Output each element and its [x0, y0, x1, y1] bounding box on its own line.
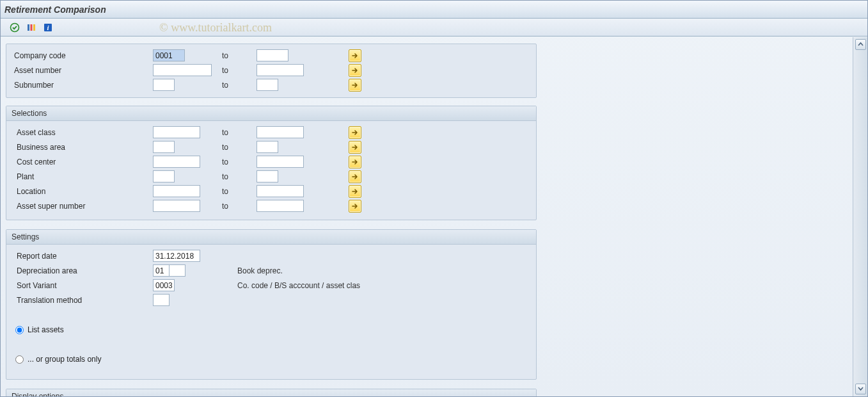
multiple-selection-button[interactable] [349, 79, 361, 92]
to-label: to [221, 172, 253, 181]
field-label: Subnumber [12, 81, 149, 90]
arrow-right-icon [351, 52, 359, 60]
to-input[interactable] [256, 156, 304, 168]
group-settings: Settings Report date Depreciation area B… [6, 229, 537, 380]
form-row: Cost center to [12, 154, 531, 169]
scroll-up-button[interactable] [855, 39, 866, 50]
top-block: Company code to Asset number to Subnumbe… [6, 44, 537, 98]
arrow-right-icon [351, 158, 359, 166]
multiple-selection-button[interactable] [349, 64, 361, 77]
group-settings-title: Settings [6, 230, 536, 245]
arrow-right-icon [351, 143, 359, 151]
multiple-selection-button[interactable] [349, 185, 361, 198]
from-input[interactable] [153, 141, 175, 153]
to-input[interactable] [256, 126, 304, 138]
svg-rect-2 [31, 24, 33, 31]
from-input[interactable] [153, 156, 200, 168]
form-row: Plant to [12, 169, 531, 184]
multiple-selection-button[interactable] [349, 156, 361, 168]
field-label: Location [12, 187, 149, 196]
multiple-selection-button[interactable] [349, 200, 361, 213]
radio-input[interactable] [15, 326, 24, 334]
radio-group-totals[interactable]: ... or group totals only [12, 352, 531, 366]
field-label: Sort Variant [12, 281, 149, 290]
radio-list-assets[interactable]: List assets [12, 323, 531, 337]
form-row: Company code to [12, 48, 531, 63]
toolbar: i [1, 19, 867, 36]
radio-label: ... or group totals only [28, 355, 101, 364]
to-input[interactable] [256, 170, 278, 182]
to-label: to [221, 158, 253, 166]
arrow-right-icon [351, 202, 359, 210]
field-label: Plant [12, 172, 149, 181]
info-button[interactable]: i [42, 21, 54, 34]
to-input[interactable] [256, 64, 304, 76]
group-display-options: Display options [6, 389, 537, 396]
from-input[interactable] [153, 170, 175, 182]
to-label: to [221, 143, 253, 152]
from-input[interactable] [153, 185, 200, 197]
setting-input[interactable] [153, 279, 175, 291]
multiple-selection-button[interactable] [349, 49, 361, 62]
svg-rect-3 [33, 24, 35, 31]
setting-input[interactable] [153, 250, 200, 262]
to-label: to [221, 81, 253, 90]
to-label: to [221, 128, 253, 137]
page-title: Retirement Comparison [1, 1, 867, 19]
arrow-right-icon [351, 173, 359, 181]
setting-input[interactable] [153, 294, 170, 306]
variants-icon [26, 22, 36, 33]
field-label: Asset number [12, 66, 149, 75]
to-label: to [221, 51, 253, 60]
field-label: Report date [12, 252, 149, 261]
chevron-up-icon [858, 42, 864, 47]
field-label: Asset class [12, 128, 149, 137]
svg-rect-1 [28, 24, 29, 31]
setting-input-ext[interactable] [169, 264, 185, 277]
form-row: Asset class to [12, 125, 531, 140]
arrow-right-icon [351, 188, 359, 195]
to-input[interactable] [256, 185, 304, 197]
field-label: Company code [12, 51, 149, 60]
form-row: Subnumber to [12, 77, 531, 92]
form-row: Asset number to [12, 63, 531, 77]
multiple-selection-button[interactable] [349, 141, 361, 154]
radio-input[interactable] [15, 355, 24, 364]
from-input[interactable] [153, 64, 212, 76]
form-row: Asset super number to [12, 199, 531, 213]
setting-input[interactable] [153, 264, 170, 277]
form-row: Business area to [12, 140, 531, 154]
form-row: Report date [12, 248, 531, 263]
form-row: Sort Variant Co. code / B/S acccount / a… [12, 278, 531, 293]
to-input[interactable] [256, 49, 288, 61]
variants-button[interactable] [25, 21, 38, 34]
arrow-right-icon [351, 81, 359, 89]
from-input[interactable] [153, 200, 200, 212]
group-selections-title: Selections [6, 106, 536, 121]
execute-button[interactable] [8, 21, 21, 34]
execute-icon [10, 22, 20, 33]
multiple-selection-button[interactable] [349, 126, 361, 139]
arrow-right-icon [351, 67, 359, 74]
from-input[interactable] [153, 79, 175, 91]
to-label: to [221, 187, 253, 196]
multiple-selection-button[interactable] [349, 170, 361, 183]
group-selections: Selections Asset class to Business area … [6, 106, 537, 220]
chevron-down-icon [858, 386, 864, 392]
to-input[interactable] [256, 200, 304, 212]
vertical-scrollbar[interactable] [853, 37, 867, 396]
scroll-down-button[interactable] [855, 384, 866, 394]
to-input[interactable] [256, 141, 278, 153]
field-label: Asset super number [12, 202, 149, 211]
to-label: to [221, 202, 253, 211]
field-label: Translation method [12, 296, 149, 305]
radio-label: List assets [28, 325, 64, 334]
from-input[interactable] [153, 126, 200, 138]
info-icon: i [43, 22, 53, 33]
to-input[interactable] [256, 79, 278, 91]
field-label: Cost center [12, 158, 149, 166]
to-label: to [221, 66, 253, 75]
form-row: Location to [12, 184, 531, 199]
from-input[interactable] [153, 49, 185, 61]
setting-description: Co. code / B/S acccount / asset clas [221, 281, 360, 290]
